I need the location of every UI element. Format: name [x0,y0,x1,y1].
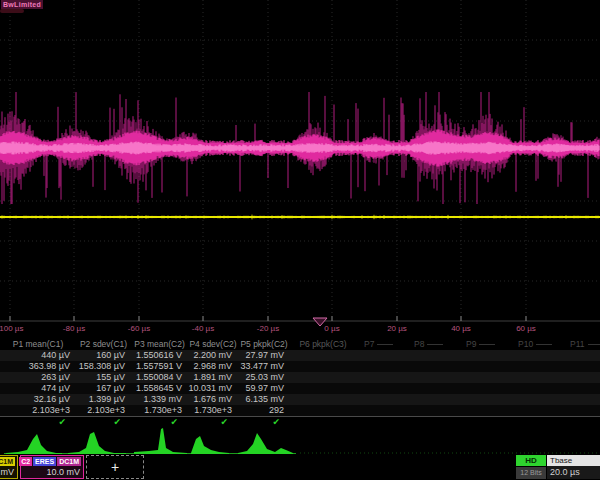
bandwidth-limit-label: BwLimited [1,0,43,9]
measure-min-cell: 155 µV [76,372,131,383]
measure-column-header[interactable]: P7 [356,338,406,350]
measure-value-cell [290,350,356,361]
measurement-histicon [191,436,229,454]
measure-column-header[interactable]: P1 mean(C1) [0,338,76,350]
measure-value-cell [458,350,510,361]
c2-eres-badge: ERES [33,457,56,466]
measure-table-row: 2.103e+32.103e+31.730e+31.730e+3292 [0,405,600,417]
measure-status-check: ✔ [238,417,290,428]
measure-status-check [406,417,458,428]
c1-coupling-badge: DC1M [0,457,15,466]
measure-num-cell: 292 [238,405,290,416]
measure-sdev-cell: 1.339 mV [131,394,188,405]
measure-column-header[interactable]: P3 mean(C2) [131,338,188,350]
measure-mean-cell: 1.557591 V [131,361,188,372]
measure-max-cell: 10.031 mV [188,383,238,394]
measurement-histicon [134,428,187,454]
measure-min-cell [458,372,510,383]
channel1-descriptor-box[interactable]: DC1M 10.0 mV [0,455,18,479]
measure-status-check [562,417,600,428]
measure-max-cell [458,383,510,394]
measure-num-cell [562,405,600,416]
measure-sdev-cell [562,394,600,405]
measure-column-header[interactable]: P2 sdev(C1) [76,338,131,350]
grid-horizontal-lines [0,40,600,281]
measure-num-cell: 2.103e+3 [76,405,131,416]
measure-num-cell [290,405,356,416]
measure-min-cell: 263 µV [0,372,76,383]
measure-status-check: ✔ [76,417,131,428]
measure-max-cell [356,383,406,394]
hd-mode-badge[interactable]: HD [516,455,546,466]
measure-num-cell: 2.103e+3 [0,405,76,416]
measure-table-row: 32.16 µV1.399 µV1.339 mV1.676 mV6.135 mV [0,394,600,405]
measure-mean-cell [510,361,562,372]
measure-mean-cell: 2.968 mV [188,361,238,372]
x-axis-label: -20 µs [257,324,279,333]
measure-value-cell: 27.97 mV [238,350,290,361]
timebase-label: Tbase [547,455,600,466]
add-trace-button[interactable]: + [86,455,144,479]
measure-column-header[interactable]: P8 [406,338,458,350]
measure-column-header[interactable]: P5 pkpk(C2) [238,338,290,350]
measure-num-cell: 1.730e+3 [188,405,238,416]
measure-sdev-cell: 1.676 mV [188,394,238,405]
measure-mean-cell [356,361,406,372]
x-axis-label: 60 µs [516,324,536,333]
measure-min-cell [562,372,600,383]
measure-table: P1 mean(C1)P2 sdev(C1)P3 mean(C2)P4 sdev… [0,338,600,428]
x-axis-label: 0 µs [324,324,339,333]
measure-sdev-cell [356,394,406,405]
measure-table-row: 474 µV167 µV1.558645 V10.031 mV59.97 mV [0,383,600,394]
measure-mean-cell [458,361,510,372]
measure-column-header[interactable]: P11 [562,338,600,350]
measure-max-cell [406,383,458,394]
measure-max-cell: 474 µV [0,383,76,394]
measure-status-check: ✔ [0,417,76,428]
measure-column-header[interactable]: P10 [510,338,562,350]
measure-sdev-cell [406,394,458,405]
measure-sdev-cell: 1.399 µV [76,394,131,405]
measure-max-cell: 59.97 mV [238,383,290,394]
measure-num-cell [458,405,510,416]
measure-min-cell: 1.891 mV [188,372,238,383]
measure-column-header[interactable]: P6 pkpk(C3) [290,338,356,350]
x-axis-label: -40 µs [192,324,214,333]
x-axis-ticks [10,316,526,321]
measure-num-cell [406,405,458,416]
measure-status-check [458,417,510,428]
measure-status-check: ✔ [131,417,188,428]
measure-num-cell [356,405,406,416]
measurement-histicon [68,432,126,454]
x-axis-label: 20 µs [387,324,407,333]
measure-mean-cell [406,361,458,372]
measure-table-row: 440 µV160 µV1.550616 V2.200 mV27.97 mV [0,350,600,361]
measure-column-header[interactable]: P4 sdev(C2) [188,338,238,350]
measure-sdev-cell [458,394,510,405]
measure-mean-cell: 363.98 µV [0,361,76,372]
measure-value-cell [510,350,562,361]
measure-min-cell [406,372,458,383]
x-axis-label: -100 µs [0,324,23,333]
measurement-histicon [6,434,62,454]
measure-value-cell: 440 µV [0,350,76,361]
measure-column-header[interactable]: P9 [458,338,510,350]
measure-min-cell [356,372,406,383]
timebase-descriptor-box[interactable]: Tbase 20.0 µs [547,455,600,479]
measure-table-row: P1 mean(C1)P2 sdev(C1)P3 mean(C2)P4 sdev… [0,338,600,350]
c2-coupling-badge: DC1M [57,457,81,466]
measure-value-cell [356,350,406,361]
measure-value-cell: 160 µV [76,350,131,361]
measure-max-cell [510,383,562,394]
measure-num-cell: 1.730e+3 [131,405,188,416]
measure-min-cell [510,372,562,383]
channel2-descriptor-box[interactable]: C2 ERES DC1M 10.0 mV [20,455,84,479]
measure-status-check [356,417,406,428]
measure-mean-cell [562,361,600,372]
screen-artifact [0,9,24,13]
measure-mean-cell: 33.477 mV [238,361,290,372]
timebase-scale: 20.0 µs [547,466,600,479]
measurement-histicon [238,433,293,454]
measure-status-check [510,417,562,428]
measure-max-cell: 167 µV [76,383,131,394]
